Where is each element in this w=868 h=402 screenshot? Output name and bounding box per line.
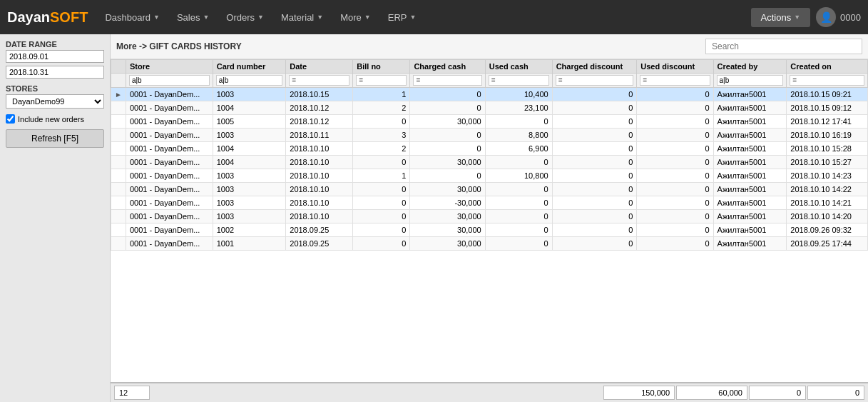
include-new-orders-row: Include new orders [6, 114, 104, 124]
cell-created-on: 2018.09.25 17:44 [787, 237, 868, 251]
include-new-orders-label: Include new orders [18, 115, 84, 124]
table-row[interactable]: 0001 - DayanDem...10012018.09.25030,0000… [111, 237, 868, 251]
filter-bill-no-input[interactable] [356, 75, 407, 86]
table-row[interactable]: 0001 - DayanDem...10032018.10.101010,800… [111, 169, 868, 183]
include-new-orders-checkbox[interactable] [6, 114, 15, 124]
cell-card-number: 1004 [213, 101, 286, 115]
filter-used-cash-input[interactable] [489, 75, 549, 86]
main-layout: DATE RANGE 2018.09.01 2018.10.31 STORES … [0, 34, 868, 402]
breadcrumb: More -> GIFT CARDS HISTORY [116, 41, 242, 51]
col-store: Store [126, 60, 213, 74]
col-created-on: Created on [787, 60, 868, 74]
refresh-button[interactable]: Refresh [F5] [6, 129, 104, 148]
gift-cards-table: Store Card number Date Bill no Charged c… [111, 59, 868, 251]
cell-store: 0001 - DayanDem... [126, 88, 213, 101]
cell-created-by: Ажилтан5001 [713, 115, 787, 129]
nav-orders[interactable]: Orders ▼ [219, 8, 271, 27]
col-charged-discount: Charged discount [552, 60, 637, 74]
row-expand-cell[interactable]: ► [111, 88, 126, 101]
cell-charged-discount: 0 [552, 88, 637, 101]
table-header-row: Store Card number Date Bill no Charged c… [111, 60, 868, 74]
table-filter-row [111, 74, 868, 88]
filter-bill-no [353, 74, 410, 88]
cell-bill-no: 0 [353, 156, 410, 169]
cell-created-by: Ажилтан5001 [713, 210, 787, 223]
date-from-input[interactable]: 2018.09.01 [6, 50, 104, 63]
cell-used-discount: 0 [637, 101, 713, 115]
cell-created-on: 2018.10.10 14:21 [787, 196, 868, 210]
date-to-input[interactable]: 2018.10.31 [6, 66, 104, 79]
table-row[interactable]: 0001 - DayanDem...10032018.10.11308,8000… [111, 129, 868, 142]
cell-store: 0001 - DayanDem... [126, 183, 213, 196]
cell-card-number: 1004 [213, 156, 286, 169]
cell-used-discount: 0 [637, 196, 713, 210]
nav-erp[interactable]: ERP ▼ [381, 8, 424, 27]
cell-card-number: 1003 [213, 196, 286, 210]
cell-used-cash: 0 [485, 196, 552, 210]
table-footer: 12 150,000 60,000 0 0 [111, 382, 868, 402]
filter-date-input[interactable] [289, 75, 349, 86]
user-avatar[interactable]: 👤 [816, 7, 836, 27]
cell-used-discount: 0 [637, 115, 713, 129]
cell-charged-cash: 30,000 [410, 237, 485, 251]
table-row[interactable]: 0001 - DayanDem...10042018.10.122023,100… [111, 101, 868, 115]
col-used-discount: Used discount [637, 60, 713, 74]
nav-more[interactable]: More ▼ [333, 8, 378, 27]
cell-bill-no: 0 [353, 115, 410, 129]
filter-charged-discount-input[interactable] [556, 75, 634, 86]
cell-card-number: 1001 [213, 237, 286, 251]
cell-card-number: 1002 [213, 223, 286, 237]
filter-charged-cash-input[interactable] [413, 75, 481, 86]
table-row[interactable]: 0001 - DayanDem...10042018.10.10030,0000… [111, 156, 868, 169]
filter-created-by [713, 74, 787, 88]
row-expand-cell [111, 115, 126, 129]
cell-card-number: 1004 [213, 142, 286, 156]
cell-card-number: 1005 [213, 115, 286, 129]
store-select[interactable]: DayanDemo99 [6, 94, 104, 109]
cell-bill-no: 2 [353, 101, 410, 115]
row-expand-cell [111, 210, 126, 223]
footer-used-discount-total: 0 [807, 386, 864, 400]
table-row[interactable]: 0001 - DayanDem...10032018.10.10030,0000… [111, 210, 868, 223]
nav-sales[interactable]: Sales ▼ [170, 8, 216, 27]
table-row[interactable]: 0001 - DayanDem...10042018.10.10206,9000… [111, 142, 868, 156]
cell-charged-discount: 0 [552, 183, 637, 196]
filter-store-input[interactable] [129, 75, 210, 86]
cell-card-number: 1003 [213, 88, 286, 101]
nav-dashboard[interactable]: Dashboard ▼ [98, 8, 167, 27]
table-row[interactable]: ►0001 - DayanDem...10032018.10.151010,40… [111, 88, 868, 101]
sidebar: DATE RANGE 2018.09.01 2018.10.31 STORES … [0, 34, 111, 402]
cell-used-discount: 0 [637, 156, 713, 169]
filter-created-on-input[interactable] [790, 75, 864, 86]
row-expand-cell [111, 156, 126, 169]
cell-charged-cash: 0 [410, 169, 485, 183]
filter-created-by-input[interactable] [717, 75, 784, 86]
cell-date: 2018.10.11 [286, 129, 353, 142]
expand-icon[interactable]: ► [115, 91, 122, 99]
cell-used-cash: 10,400 [485, 88, 552, 101]
chevron-down-icon: ▼ [317, 14, 323, 21]
search-input[interactable] [705, 39, 862, 54]
cell-used-discount: 0 [637, 183, 713, 196]
filter-card-number-input[interactable] [216, 75, 283, 86]
content-area: More -> GIFT CARDS HISTORY Store Card nu… [111, 34, 868, 402]
actions-button[interactable]: Actions ▼ [751, 8, 811, 27]
filter-used-discount-input[interactable] [640, 75, 710, 86]
cell-used-cash: 0 [485, 223, 552, 237]
cell-card-number: 1003 [213, 129, 286, 142]
cell-store: 0001 - DayanDem... [126, 169, 213, 183]
cell-store: 0001 - DayanDem... [126, 115, 213, 129]
table-row[interactable]: 0001 - DayanDem...10052018.10.12030,0000… [111, 115, 868, 129]
cell-bill-no: 1 [353, 88, 410, 101]
row-expand-cell [111, 223, 126, 237]
filter-charged-cash [410, 74, 485, 88]
table-row[interactable]: 0001 - DayanDem...10032018.10.10030,0000… [111, 183, 868, 196]
data-table-wrapper: Store Card number Date Bill no Charged c… [111, 59, 868, 382]
cell-date: 2018.10.15 [286, 88, 353, 101]
cell-charged-cash: 0 [410, 142, 485, 156]
cell-store: 0001 - DayanDem... [126, 156, 213, 169]
table-row[interactable]: 0001 - DayanDem...10032018.10.100-30,000… [111, 196, 868, 210]
nav-material[interactable]: Material ▼ [274, 8, 330, 27]
table-row[interactable]: 0001 - DayanDem...10022018.09.25030,0000… [111, 223, 868, 237]
cell-store: 0001 - DayanDem... [126, 142, 213, 156]
